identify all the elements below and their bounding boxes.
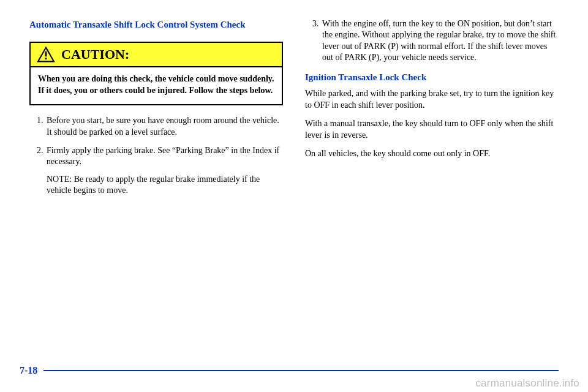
step-note: NOTE: Be ready to apply the regular brak… — [47, 174, 283, 197]
section-heading-ignition-lock: Ignition Transaxle Lock Check — [305, 71, 559, 83]
caution-body-text: When you are doing this check, the vehic… — [31, 67, 282, 104]
body-paragraph: While parked, and with the parking brake… — [305, 88, 559, 111]
list-item: Firmly apply the parking brake. See “Par… — [45, 145, 283, 197]
body-paragraph: On all vehicles, the key should come out… — [305, 148, 559, 159]
body-paragraph: With a manual transaxle, the key should … — [305, 118, 559, 141]
svg-rect-1 — [45, 51, 47, 56]
step-text: Before you start, be sure you have enoug… — [47, 116, 279, 136]
left-column: Automatic Transaxle Shift Lock Control S… — [29, 18, 283, 204]
right-column: With the engine off, turn the key to the… — [305, 18, 559, 204]
caution-box: CAUTION: When you are doing this check, … — [29, 42, 283, 105]
warning-triangle-icon — [37, 47, 55, 62]
page-footer: 7-18 — [20, 365, 559, 376]
svg-rect-2 — [45, 58, 47, 60]
caution-header: CAUTION: — [31, 43, 282, 67]
step-text: With the engine off, turn the key to the… — [322, 19, 556, 62]
list-item: Before you start, be sure you have enoug… — [45, 115, 283, 138]
steps-list-right: With the engine off, turn the key to the… — [305, 18, 559, 64]
caution-label: CAUTION: — [61, 47, 129, 62]
section-heading-shift-lock: Automatic Transaxle Shift Lock Control S… — [29, 18, 283, 31]
watermark-text: carmanualsonline.info — [475, 377, 579, 390]
footer-rule — [43, 370, 559, 371]
page-content: Automatic Transaxle Shift Lock Control S… — [0, 0, 588, 204]
list-item: With the engine off, turn the key to the… — [321, 18, 559, 64]
steps-list-left: Before you start, be sure you have enoug… — [29, 115, 283, 197]
step-text: Firmly apply the parking brake. See “Par… — [47, 146, 279, 166]
page-number: 7-18 — [20, 365, 37, 376]
